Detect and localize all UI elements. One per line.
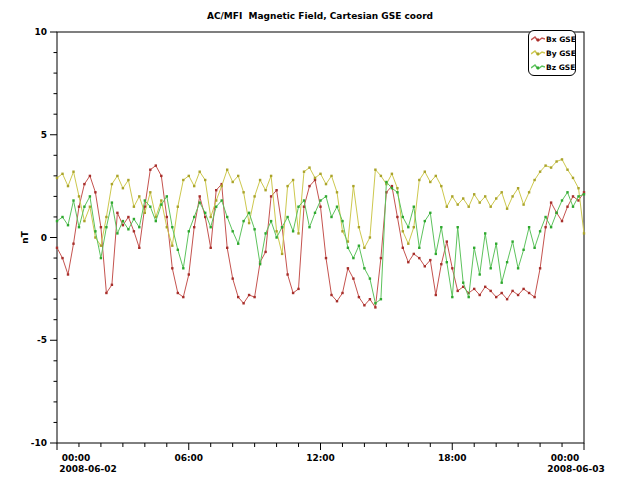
- legend-item-bx: Bx GSE: [531, 35, 574, 44]
- x-tick-label: 00:00: [551, 453, 580, 463]
- y-axis-label: nT: [20, 230, 30, 243]
- legend-label-bz: Bz GSE: [546, 63, 575, 72]
- y-tick-label: -10: [31, 438, 47, 448]
- legend: Bx GSE By GSE Bz GSE: [528, 30, 576, 76]
- legend-label-bx: Bx GSE: [546, 35, 576, 44]
- y-tick-label: 0: [41, 233, 47, 243]
- y-tick-label: -5: [37, 335, 47, 345]
- x-tick-label: 12:00: [306, 453, 335, 463]
- x-date-label: 2008-06-03: [547, 464, 605, 474]
- y-tick-label: 5: [41, 130, 47, 140]
- y-major-ticks: 1050-5-10: [31, 27, 57, 448]
- legend-item-by: By GSE: [531, 49, 574, 58]
- x-tick-label: 06:00: [174, 453, 203, 463]
- bx-line-sample-icon: [531, 35, 545, 43]
- bz-line-sample-icon: [531, 63, 545, 71]
- figure: AC/MFI Magnetic Field, Cartesian GSE coo…: [0, 0, 640, 480]
- legend-item-bz: Bz GSE: [531, 63, 574, 72]
- x-tick-label: 18:00: [438, 453, 467, 463]
- x-major-ticks: 00:002008-06-0206:0012:0018:0000:002008-…: [57, 443, 605, 474]
- bz-series-markers: [56, 181, 585, 305]
- x-date-label: 2008-06-02: [59, 464, 117, 474]
- y-tick-label: 10: [34, 27, 47, 37]
- x-tick-label: 00:00: [62, 453, 91, 463]
- bx-series-line: [57, 166, 584, 308]
- legend-label-by: By GSE: [546, 49, 576, 58]
- by-line-sample-icon: [531, 49, 545, 57]
